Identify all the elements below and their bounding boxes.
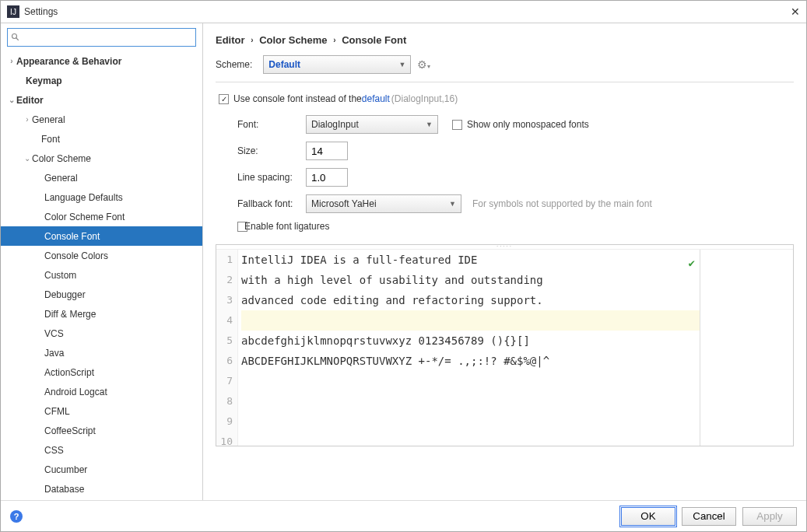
ligatures-label: Enable font ligatures — [244, 221, 329, 232]
tree-cs-actionscript[interactable]: ActionScript — [1, 362, 202, 382]
size-label: Size: — [237, 145, 306, 156]
tree-cs-custom[interactable]: Custom — [1, 265, 202, 285]
tree-cs-cfml[interactable]: CFML — [1, 401, 202, 421]
tree-cs-database[interactable]: Database — [1, 479, 202, 499]
fallback-label: Fallback font: — [237, 198, 306, 209]
preview-panel: ····· 12345678910 ✔ IntelliJ IDEA is a f… — [216, 244, 794, 446]
help-icon[interactable]: ? — [10, 510, 23, 523]
line-spacing-input[interactable] — [306, 168, 348, 187]
default-link[interactable]: default — [362, 93, 390, 104]
tree-cs-general[interactable]: General — [1, 168, 202, 187]
checkbox-icon — [219, 94, 229, 104]
check-icon: ✔ — [689, 253, 695, 273]
mono-checkbox[interactable] — [452, 120, 462, 130]
tree-cs-vcs[interactable]: VCS — [1, 324, 202, 343]
footer: ? OK Cancel Apply — [1, 500, 806, 531]
tree-cs-cucumber[interactable]: Cucumber — [1, 460, 202, 479]
breadcrumb: Editor › Color Scheme › Console Font — [216, 31, 794, 55]
ligatures-checkbox[interactable] — [237, 222, 247, 232]
mono-label: Show only monospaced fonts — [467, 119, 589, 130]
search-icon — [11, 33, 20, 42]
tree-cs-diff-merge[interactable]: Diff & Merge — [1, 304, 202, 324]
search-input-container[interactable] — [7, 28, 196, 47]
chevron-right-icon: › — [251, 36, 253, 44]
scheme-label: Scheme: — [216, 59, 252, 70]
chevron-down-icon: ▼ — [398, 61, 405, 68]
tree-cs-console-colors[interactable]: Console Colors — [1, 246, 202, 265]
tree-keymap[interactable]: Keymap — [1, 71, 202, 90]
window-title: Settings — [24, 6, 791, 17]
tree-cs-language-defaults[interactable]: Language Defaults — [1, 187, 202, 207]
tree-cs-android-logcat[interactable]: Android Logcat — [1, 382, 202, 401]
size-input[interactable] — [306, 142, 348, 160]
font-label: Font: — [237, 119, 306, 130]
tree-cs-coffeescript[interactable]: CoffeeScript — [1, 421, 202, 440]
tree-color-scheme[interactable]: ⌄Color Scheme — [1, 149, 202, 168]
chevron-down-icon: ▼ — [426, 121, 433, 128]
tree-appearance-behavior[interactable]: ›Appearance & Behavior — [1, 51, 202, 71]
font-select[interactable]: DialogInput ▼ — [306, 115, 438, 134]
tree-cs-scheme-font[interactable]: Color Scheme Font — [1, 207, 202, 226]
tree-cs-debugger[interactable]: Debugger — [1, 285, 202, 304]
app-icon: IJ — [7, 5, 19, 18]
chevron-down-icon: ▼ — [449, 200, 456, 208]
sidebar: ›Appearance & Behavior Keymap ⌄Editor ›G… — [1, 23, 203, 501]
svg-line-1 — [16, 38, 19, 40]
ok-button[interactable]: OK — [621, 507, 675, 526]
svg-point-0 — [12, 34, 17, 39]
tree-font[interactable]: Font — [1, 129, 202, 149]
main-panel: Editor › Color Scheme › Console Font Sch… — [203, 23, 806, 501]
close-icon[interactable]: ✕ — [791, 5, 800, 18]
fallback-hint: For symbols not supported by the main fo… — [472, 198, 652, 209]
tree-editor[interactable]: ⌄Editor — [1, 90, 202, 110]
cancel-button[interactable]: Cancel — [682, 507, 736, 526]
tree-general[interactable]: ›General — [1, 110, 202, 129]
settings-tree: ›Appearance & Behavior Keymap ⌄Editor ›G… — [1, 51, 202, 501]
tree-cs-console-font[interactable]: Console Font — [1, 226, 202, 246]
tree-cs-java[interactable]: Java — [1, 343, 202, 362]
preview-code[interactable]: ✔ IntelliJ IDEA is a full-featured IDEwi… — [238, 250, 700, 446]
scheme-select[interactable]: Default ▼ — [263, 55, 411, 74]
line-spacing-label: Line spacing: — [237, 172, 306, 183]
fallback-font-select[interactable]: Microsoft YaHei ▼ — [306, 194, 461, 213]
use-console-font-checkbox[interactable]: Use console font instead of the default … — [219, 93, 794, 104]
preview-gutter: 12345678910 — [216, 250, 238, 446]
titlebar: IJ Settings ✕ — [1, 1, 806, 23]
preview-side — [700, 250, 793, 446]
tree-cs-css[interactable]: CSS — [1, 440, 202, 460]
gear-icon[interactable]: ⚙▾ — [417, 58, 430, 71]
chevron-right-icon: › — [333, 36, 335, 44]
search-input[interactable] — [23, 32, 192, 43]
apply-button[interactable]: Apply — [742, 507, 797, 526]
